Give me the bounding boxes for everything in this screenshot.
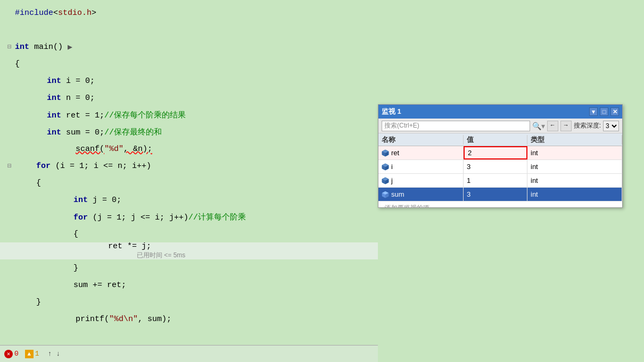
watch-value-j: 1 <box>464 174 527 187</box>
watch-value-ret: 2 <box>464 146 527 159</box>
warn-count: 1 <box>35 350 39 358</box>
watch-type-sum: int <box>527 188 622 201</box>
cube-icon-ret <box>382 149 389 157</box>
watch-table: 名称 值 类型 ret 2 int <box>378 133 622 207</box>
watch-name-i: i <box>378 160 464 173</box>
watch-window-controls[interactable]: ▾ □ ✕ <box>589 107 619 116</box>
warn-icon: ▲ <box>25 350 34 358</box>
search-label: 搜索(Ctrl+E) <box>384 121 419 130</box>
gutter-10: ⊟ <box>4 162 15 170</box>
timing-label: 已用时间 <= 5ms <box>137 251 185 259</box>
watch-row-sum[interactable]: sum 3 int <box>378 188 622 201</box>
watch-name-sum: sum <box>378 188 464 201</box>
error-count: 0 <box>14 350 19 358</box>
code-line-3: ⊟ int main() ▶ <box>0 38 378 55</box>
restore-button[interactable]: □ <box>600 107 608 116</box>
code-line-16: } <box>0 259 378 276</box>
watch-titlebar: 监视 1 ▾ □ ✕ <box>378 105 622 119</box>
close-button[interactable]: ✕ <box>610 107 619 116</box>
gutter-3: ⊟ <box>4 43 15 51</box>
code-line-14: { <box>0 225 378 242</box>
code-line-6: int n = 0; <box>0 89 378 106</box>
navigation-arrows[interactable]: ↑ ↓ <box>48 350 61 358</box>
down-arrow[interactable]: ↓ <box>56 350 60 358</box>
code-line-1: #include<stdio.h> <box>0 4 378 21</box>
code-line-15: ret *= j; 已用时间 <= 5ms <box>0 242 378 259</box>
up-arrow[interactable]: ↑ <box>48 350 52 358</box>
cube-icon-i <box>382 163 389 171</box>
nav-forward-button[interactable]: → <box>560 121 572 131</box>
watch-value-i: 3 <box>464 160 527 173</box>
watch-value-sum: 3 <box>464 188 527 201</box>
code-line-17: sum += ret; <box>0 276 378 293</box>
depth-label: 搜索深度: <box>574 121 601 130</box>
watch-type-j: int <box>527 174 622 187</box>
code-editor: #include<stdio.h> ⊟ int main() ▶ { int i… <box>0 0 378 362</box>
warn-indicator[interactable]: ▲ 1 <box>25 350 39 358</box>
watch-row-ret[interactable]: ret 2 int <box>378 146 622 160</box>
code-line-5: int i = 0; <box>0 72 378 89</box>
col-value-header: 值 <box>464 135 527 145</box>
watch-window: 监视 1 ▾ □ ✕ 搜索(Ctrl+E) 🔍▾ ← → 搜索深度: 3 1 2… <box>378 104 623 208</box>
code-line-19: printf("%d\n", sum); <box>0 310 378 327</box>
code-line-7: int ret = 1;//保存每个阶乘的结果 <box>0 106 378 123</box>
code-line-11: { <box>0 174 378 191</box>
watch-row-j[interactable]: j 1 int <box>378 174 622 188</box>
depth-select[interactable]: 3 1 2 4 5 <box>603 121 619 131</box>
status-bar: ✕ 0 ▲ 1 ↑ ↓ <box>0 345 378 362</box>
error-indicator[interactable]: ✕ 0 <box>4 350 19 358</box>
nav-back-button[interactable]: ← <box>547 121 558 131</box>
code-line-12: int j = 0; <box>0 191 378 208</box>
minimize-button[interactable]: ▾ <box>589 107 598 116</box>
cube-icon-j <box>382 177 389 184</box>
cube-icon-sum <box>382 191 389 198</box>
code-line-13: for (j = 1; j <= i; j++)//计算每个阶乘 <box>0 208 378 225</box>
watch-type-i: int <box>527 160 622 173</box>
watch-type-ret: int <box>527 146 622 159</box>
error-icon: ✕ <box>4 350 13 358</box>
watch-name-ret: ret <box>378 146 464 159</box>
code-line-2 <box>0 21 378 38</box>
watch-title: 监视 1 <box>382 107 401 116</box>
watch-table-header: 名称 值 类型 <box>378 133 622 146</box>
search-icon[interactable]: 🔍▾ <box>532 122 545 130</box>
col-type-header: 类型 <box>527 135 622 145</box>
search-box[interactable]: 搜索(Ctrl+E) <box>382 121 530 131</box>
watch-toolbar: 搜索(Ctrl+E) 🔍▾ ← → 搜索深度: 3 1 2 4 5 <box>378 119 622 133</box>
watch-name-j: j <box>378 174 464 187</box>
col-name-header: 名称 <box>378 135 464 145</box>
watch-row-i[interactable]: i 3 int <box>378 160 622 174</box>
code-line-9: scanf("%d", &n); <box>0 140 378 157</box>
add-watch-label[interactable]: 添加要监视的项 <box>378 201 622 207</box>
code-line-4: { <box>0 55 378 72</box>
